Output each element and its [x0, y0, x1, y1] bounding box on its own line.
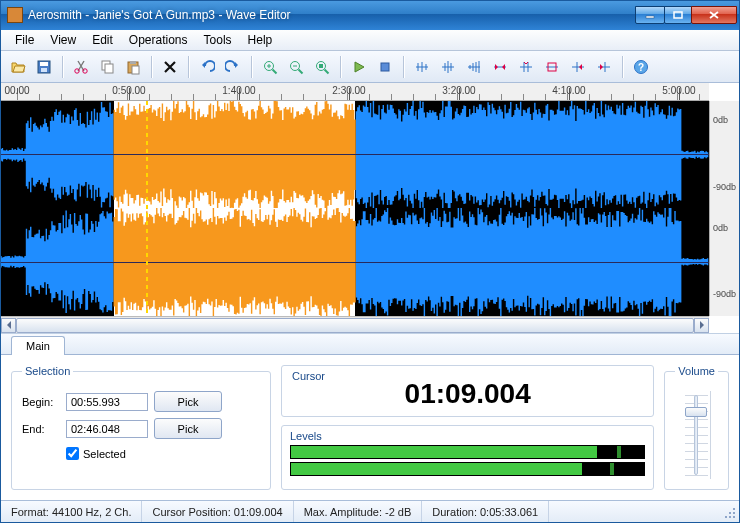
minimize-button[interactable]	[635, 6, 665, 24]
maximize-button[interactable]	[664, 6, 692, 24]
titlebar: Aerosmith - Janie's Got A Gun.mp3 - Wave…	[1, 1, 739, 30]
menu-file[interactable]: File	[7, 31, 42, 49]
svg-rect-3	[40, 62, 48, 66]
svg-rect-8	[105, 64, 113, 73]
cursor-value: 01:09.004	[292, 378, 643, 410]
fx-fade-icon[interactable]	[463, 56, 485, 78]
help-icon[interactable]: ?	[630, 56, 652, 78]
levels-legend: Levels	[290, 430, 645, 442]
zoom-out-icon[interactable]	[285, 56, 307, 78]
menu-help[interactable]: Help	[240, 31, 281, 49]
fx-shift-left-icon[interactable]	[567, 56, 589, 78]
svg-rect-11	[132, 66, 139, 74]
svg-rect-20	[733, 516, 735, 518]
end-input[interactable]	[66, 420, 148, 438]
end-label: End:	[22, 423, 60, 435]
app-icon	[7, 7, 23, 23]
waveform-channel-left	[1, 101, 709, 209]
status-duration: Duration: 0:05:33.061	[422, 501, 549, 522]
selection-legend: Selection	[22, 365, 73, 377]
svg-rect-15	[319, 64, 323, 68]
paste-icon[interactable]	[122, 56, 144, 78]
waveform-area: 0db -90db 0db -90db	[1, 101, 739, 316]
svg-rect-1	[674, 12, 682, 18]
status-amplitude: Max. Amplitude: -2 dB	[294, 501, 423, 522]
toolbar: ?	[1, 51, 739, 83]
waveform-view[interactable]	[1, 101, 709, 316]
close-button[interactable]	[691, 6, 737, 24]
selected-checkbox[interactable]	[66, 447, 79, 460]
time-ruler[interactable]: 00.000:50.001:40.002:30.003:20.004:10.00…	[1, 83, 709, 101]
db-scale: 0db -90db 0db -90db	[709, 101, 739, 316]
svg-text:?: ?	[638, 62, 644, 73]
play-icon[interactable]	[348, 56, 370, 78]
level-bar-left	[290, 445, 645, 459]
menubar: File View Edit Operations Tools Help	[1, 30, 739, 52]
save-icon[interactable]	[33, 56, 55, 78]
fx-amplify-icon[interactable]	[437, 56, 459, 78]
window-buttons	[636, 6, 737, 24]
begin-input[interactable]	[66, 393, 148, 411]
menu-view[interactable]: View	[42, 31, 84, 49]
volume-slider[interactable]	[683, 391, 711, 479]
scroll-thumb[interactable]	[16, 318, 694, 333]
bottom-panels: Selection Begin: Pick End: Pick Selected…	[1, 355, 739, 500]
selected-label: Selected	[83, 448, 126, 460]
cut-icon[interactable]	[70, 56, 92, 78]
undo-icon[interactable]	[196, 56, 218, 78]
fx-trim-icon[interactable]	[541, 56, 563, 78]
zoom-in-icon[interactable]	[259, 56, 281, 78]
volume-legend: Volume	[675, 365, 718, 377]
zoom-selection-icon[interactable]	[311, 56, 333, 78]
levels-panel: Levels	[281, 425, 654, 490]
volume-panel: Volume	[664, 365, 729, 490]
svg-rect-25	[733, 508, 735, 510]
menu-edit[interactable]: Edit	[84, 31, 121, 49]
statusbar: Format: 44100 Hz, 2 Ch. Cursor Position:…	[1, 500, 739, 522]
volume-thumb[interactable]	[685, 407, 707, 417]
window-title: Aerosmith - Janie's Got A Gun.mp3 - Wave…	[28, 8, 636, 22]
pick-end-button[interactable]: Pick	[154, 418, 222, 439]
waveform-channel-right	[1, 208, 709, 316]
scroll-right-button[interactable]	[694, 318, 709, 333]
pick-begin-button[interactable]: Pick	[154, 391, 222, 412]
menu-operations[interactable]: Operations	[121, 31, 196, 49]
status-cursor: Cursor Position: 01:09.004	[142, 501, 293, 522]
fx-shift-right-icon[interactable]	[593, 56, 615, 78]
menu-tools[interactable]: Tools	[196, 31, 240, 49]
redo-icon[interactable]	[222, 56, 244, 78]
playhead[interactable]	[146, 101, 148, 316]
status-format: Format: 44100 Hz, 2 Ch.	[1, 501, 142, 522]
fx-insert-icon[interactable]	[515, 56, 537, 78]
svg-rect-10	[130, 61, 136, 64]
horizontal-scrollbar[interactable]	[1, 316, 709, 333]
mid-panel: Cursor 01:09.004 Levels	[281, 365, 654, 490]
copy-icon[interactable]	[96, 56, 118, 78]
tab-main[interactable]: Main	[11, 336, 65, 355]
svg-rect-23	[725, 516, 727, 518]
selection-panel: Selection Begin: Pick End: Pick Selected	[11, 365, 271, 490]
svg-rect-0	[646, 16, 654, 18]
delete-icon[interactable]	[159, 56, 181, 78]
svg-rect-21	[729, 516, 731, 518]
svg-rect-16	[381, 63, 389, 71]
level-bar-right	[290, 462, 645, 476]
fx-normalize-icon[interactable]	[411, 56, 433, 78]
svg-rect-4	[41, 68, 47, 72]
svg-rect-24	[729, 512, 731, 514]
scroll-left-button[interactable]	[1, 318, 16, 333]
stop-icon[interactable]	[374, 56, 396, 78]
resize-grip[interactable]	[719, 501, 739, 522]
cursor-panel: Cursor 01:09.004	[281, 365, 654, 417]
tab-strip: Main	[1, 333, 739, 356]
fx-reverse-icon[interactable]	[489, 56, 511, 78]
open-icon[interactable]	[7, 56, 29, 78]
svg-rect-22	[733, 512, 735, 514]
begin-label: Begin:	[22, 396, 60, 408]
